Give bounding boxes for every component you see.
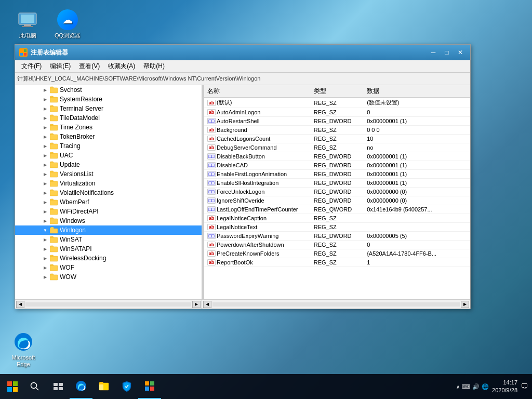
taskbar-search[interactable] [25,377,45,396]
expand-arrow-wbemperf: ▶ [42,199,48,205]
reg-name: CachedLogonsCount [217,136,270,142]
table-row[interactable]: abAutoAdminLogonREG_SZ0 [204,108,470,117]
tree-item-wirelessdocking[interactable]: ▶ WirelessDocking [15,254,202,263]
reg-type-icon: ab [207,144,216,151]
desktop-icon-mypc[interactable]: 此电脑 [9,9,46,39]
table-row[interactable]: □□IgnoreShiftOverideREG_DWORD0x00000000 … [204,196,470,205]
table-row[interactable]: □□DisableCADREG_DWORD0x00000001 (1) [204,161,470,170]
table-row[interactable]: abPowerdownAfterShutdownREG_SZ0 [204,241,470,249]
expand-arrow-tokenbroker: ▶ [42,134,48,140]
tree-item-wow[interactable]: ▶ WOW [15,272,202,282]
tree-item-winlogon[interactable]: ▼ Winlogon [15,225,202,235]
reg-name: PasswordExpiryWarning [217,233,278,239]
reg-type: REG_SZ [311,249,364,258]
table-row[interactable]: □□AutoRestartShellREG_DWORD0x00000001 (1… [204,117,470,126]
table-row[interactable]: □□PasswordExpiryWarningREG_DWORD0x000000… [204,232,470,241]
expand-arrow-winsatapi: ▶ [42,246,48,252]
maximize-button[interactable]: □ [441,48,453,57]
scroll-right-arrow[interactable]: ▶ [192,301,201,308]
values-scroll-track[interactable] [212,302,460,307]
taskbar-regedit[interactable] [138,374,161,399]
scroll-track-left[interactable] [25,302,191,307]
values-scrollbar[interactable]: ◀ ▶ [202,300,470,309]
table-row[interactable]: □□EnableFirstLogonAnimationREG_DWORD0x00… [204,170,470,179]
menu-favorites[interactable]: 收藏夹(A) [104,61,139,72]
tree-item-windows[interactable]: ▶ Windows [15,216,202,225]
table-row[interactable]: abPreCreateKnownFoldersREG_SZ{A520A1A4-1… [204,249,470,258]
tree-scrollbar[interactable]: ◀ ▶ [15,300,202,309]
reg-data [364,223,470,232]
values-panel[interactable]: 名称 类型 数据 ab(默认)REG_SZ(数值未设置)abAutoAdminL… [204,85,470,299]
values-scroll-left[interactable]: ◀ [203,301,211,308]
menu-file[interactable]: 文件(F) [17,61,46,72]
expand-arrow-svchost: ▶ [42,87,48,93]
tree-item-volatilenotifications[interactable]: ▶ VolatileNotifications [15,188,202,197]
table-row[interactable]: □□DisableBackButtonREG_DWORD0x00000001 (… [204,152,470,161]
tree-item-update[interactable]: ▶ Update [15,160,202,169]
desktop-icon-edge[interactable]: Microsoft Edge [5,331,42,368]
table-row[interactable]: ab(默认)REG_SZ(数值未设置) [204,98,470,108]
table-row[interactable]: abCachedLogonsCountREG_SZ10 [204,135,470,143]
table-row[interactable]: abLegalNoticeTextREG_SZ [204,223,470,232]
tree-item-tiledatamodel[interactable]: ▶ TileDataModel [15,113,202,123]
table-row[interactable]: abReportBootOkREG_SZ1 [204,258,470,267]
desktop-icon-qq[interactable]: ☁ QQ浏览器 [49,9,86,39]
notification-button[interactable]: 🗨 [521,382,528,391]
folder-icon-tokenbroker [50,133,58,140]
reg-name: DebugServerCommand [217,144,277,151]
values-scroll-right[interactable]: ▶ [461,301,469,308]
taskbar-explorer[interactable] [92,374,115,399]
svg-rect-43 [99,384,103,390]
reg-type: REG_DWORD [311,161,364,170]
tree-item-virtualization[interactable]: ▶ Virtualization [15,179,202,188]
tree-label-tiledatamodel: TileDataModel [60,114,100,122]
tree-panel[interactable]: ▶ Svchost ▶ SystemRestore ▶ [15,85,202,299]
tree-item-wof[interactable]: ▶ WOF [15,263,202,272]
reg-name: ForceUnlockLogon [217,189,264,195]
taskview-button[interactable] [47,374,70,399]
tree-item-tracing[interactable]: ▶ Tracing [15,141,202,151]
reg-name: IgnoreShiftOveride [217,197,264,204]
main-content: ▶ Svchost ▶ SystemRestore ▶ [15,85,470,299]
svg-rect-38 [59,383,63,386]
menu-help[interactable]: 帮助(H) [139,61,169,72]
table-row[interactable]: □□LastLogOffEndTimePerfCounterREG_QWORD0… [204,205,470,214]
reg-type-icon: □□ [207,189,216,195]
svg-rect-30 [50,275,58,280]
tree-item-versionslist[interactable]: ▶ VersionsList [15,169,202,179]
reg-type-icon: ab [207,109,216,115]
table-row[interactable]: abDebugServerCommandREG_SZno [204,143,470,152]
table-row[interactable]: □□EnableSIHostIntegrationREG_DWORD0x0000… [204,179,470,188]
minimize-button[interactable]: ─ [428,48,439,57]
menu-edit[interactable]: 编辑(E) [46,61,75,72]
svg-rect-3 [22,26,33,27]
reg-data: 0x00000000 (0) [364,196,470,205]
scroll-left-arrow[interactable]: ◀ [16,301,24,308]
tree-item-wifidirectapi[interactable]: ▶ WiFiDirectAPI [15,207,202,216]
svg-rect-6 [24,49,26,52]
menu-view[interactable]: 查看(V) [75,61,104,72]
taskbar-edge[interactable] [70,374,92,399]
tree-item-winsat[interactable]: ▶ WinSAT [15,235,202,244]
table-row[interactable]: abBackgroundREG_SZ0 0 0 [204,126,470,135]
tree-item-winsatapi[interactable]: ▶ WinSATAPI [15,244,202,254]
tree-item-uac[interactable]: ▶ UAC [15,151,202,160]
tray-keyboard[interactable]: ⌨ [462,383,470,390]
tree-item-timezones[interactable]: ▶ Time Zones [15,123,202,132]
tree-item-svchost[interactable]: ▶ Svchost [15,85,202,95]
tray-network[interactable]: 🌐 [482,383,489,390]
reg-name-cell: □□DisableBackButton [204,152,311,161]
tree-item-terminalserver[interactable]: ▶ Terminal Server [15,104,202,113]
tree-item-tokenbroker[interactable]: ▶ TokenBroker [15,132,202,141]
clock-display[interactable]: 14:17 2020/9/28 [492,379,517,395]
close-button[interactable]: ✕ [455,48,466,57]
table-row[interactable]: abLegalNoticeCaptionREG_SZ [204,214,470,223]
table-row[interactable]: □□ForceUnlockLogonREG_DWORD0x00000000 (0… [204,188,470,196]
tree-item-systemrestore[interactable]: ▶ SystemRestore [15,95,202,104]
taskbar-security[interactable] [115,374,138,399]
start-button[interactable] [0,374,25,399]
tray-volume[interactable]: 🔊 [472,383,480,390]
reg-name-cell: abAutoAdminLogon [204,108,311,117]
tree-item-wbemperf[interactable]: ▶ WbemPerf [15,197,202,207]
tray-caret[interactable]: ∧ [456,384,460,390]
